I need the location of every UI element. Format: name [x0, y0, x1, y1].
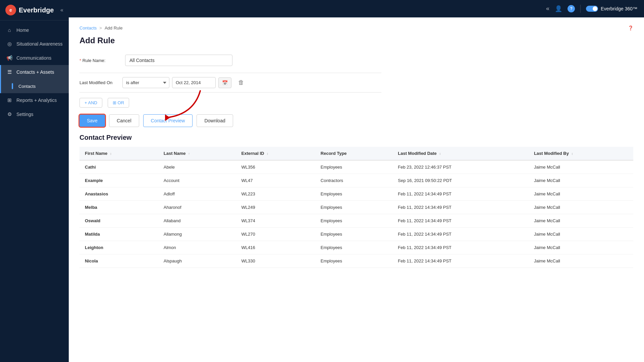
cell-last-modified-date: Feb 23, 2022 12:46:37 PST [392, 160, 529, 174]
cell-last-modified-date: Feb 11, 2022 14:34:49 PST [392, 241, 529, 254]
topbar: « 👤 ? Everbridge 360™ [69, 0, 644, 17]
action-row: Save Cancel Contact Preview Download [79, 114, 381, 127]
contact-preview-table: First Name ↕ Last Name ↑ External ID ↕ R… [79, 147, 633, 268]
sidebar-item-communications[interactable]: 📢 Communications [0, 51, 69, 65]
sidebar-collapse-button[interactable]: « [60, 7, 63, 13]
cell-last-modified-date: Feb 11, 2022 14:34:49 PST [392, 254, 529, 268]
topbar-collapse-icon[interactable]: « [546, 5, 549, 12]
topbar-brand: Everbridge 360™ [586, 6, 637, 12]
page-help-icon[interactable]: ❓ [628, 25, 633, 31]
cell-record-type: Employees [315, 160, 393, 174]
sidebar-item-reports-analytics[interactable]: ⊞ Reports + Analytics [0, 93, 69, 107]
table-header-row: First Name ↕ Last Name ↑ External ID ↕ R… [79, 147, 633, 160]
sidebar-nav: ⌂ Home ◎ Situational Awareness 📢 Communi… [0, 20, 69, 362]
sidebar-item-contacts-assets-label: Contacts + Assets [16, 69, 54, 75]
download-button[interactable]: Download [197, 114, 233, 127]
cell-first-name: Matilda [79, 228, 158, 241]
user-icon[interactable]: 👤 [555, 5, 562, 12]
cell-first-name: Leighton [79, 241, 158, 254]
cell-last-name: Allamong [158, 228, 236, 241]
table-row: Leighton Almon WL416 Employees Feb 11, 2… [79, 241, 633, 254]
table-row: Cathi Abele WL356 Employees Feb 23, 2022… [79, 160, 633, 174]
cell-record-type: Contractors [315, 174, 393, 187]
cell-last-name: Almon [158, 241, 236, 254]
breadcrumb-current: Add Rule [105, 25, 122, 31]
rule-name-input[interactable] [125, 55, 232, 66]
filter-condition-select[interactable]: is after [122, 77, 169, 88]
table-row: Matilda Allamong WL270 Employees Feb 11,… [79, 228, 633, 241]
logo-icon: e [5, 5, 16, 15]
and-button[interactable]: + AND [79, 98, 102, 108]
col-first-name[interactable]: First Name ↕ [79, 147, 158, 160]
save-button[interactable]: Save [79, 115, 105, 127]
cell-last-name: Alspaugh [158, 254, 236, 268]
cell-first-name: Cathi [79, 160, 158, 174]
breadcrumb-parent[interactable]: Contacts [79, 25, 97, 31]
sidebar-item-settings-label: Settings [16, 112, 34, 117]
toggle-switch[interactable] [586, 6, 598, 12]
brand-label: Everbridge 360™ [601, 6, 637, 11]
add-rule-form: * Rule Name: Last Modified On is after 📅… [79, 55, 381, 127]
sidebar-item-contacts[interactable]: Contacts [0, 79, 69, 93]
table-row: Oswald Allaband WL374 Employees Feb 11, … [79, 214, 633, 228]
cell-external-id: WL223 [236, 187, 315, 201]
contact-preview-title: Contact Preview [79, 134, 633, 141]
calendar-button[interactable]: 📅 [218, 77, 231, 88]
col-last-name[interactable]: Last Name ↑ [158, 147, 236, 160]
sidebar-item-home[interactable]: ⌂ Home [0, 23, 69, 37]
cell-record-type: Employees [315, 228, 393, 241]
cell-last-modified-by: Jaime McCall [529, 174, 633, 187]
sidebar-item-situational-awareness-label: Situational Awareness [16, 41, 63, 47]
cell-last-modified-date: Feb 11, 2022 14:34:49 PST [392, 214, 529, 228]
cell-last-name: Abele [158, 160, 236, 174]
col-record-type[interactable]: Record Type [315, 147, 393, 160]
rule-name-row: * Rule Name: [79, 55, 381, 66]
cancel-button[interactable]: Cancel [109, 114, 139, 127]
cell-external-id: WL249 [236, 201, 315, 214]
page-title: Add Rule [79, 36, 633, 45]
cell-last-modified-date: Feb 11, 2022 14:34:49 PST [392, 228, 529, 241]
filter-delete-button[interactable]: 🗑 [237, 78, 246, 87]
sidebar: e Everbridge « ⌂ Home ◎ Situational Awar… [0, 0, 69, 362]
sidebar-item-communications-label: Communications [16, 55, 51, 61]
col-last-modified-date[interactable]: Last Modified Date ↕ [392, 147, 529, 160]
cell-first-name: Nicola [79, 254, 158, 268]
or-button[interactable]: ⊞ OR [108, 98, 129, 108]
filter-field-label: Last Modified On [79, 80, 120, 85]
rule-name-label: * Rule Name: [79, 58, 120, 63]
cell-last-modified-date: Feb 11, 2022 14:34:49 PST [392, 201, 529, 214]
main-content: Contacts > Add Rule ❓ Add Rule * Rule Na… [69, 17, 644, 362]
table-row: Anastasios Adloff WL223 Employees Feb 11… [79, 187, 633, 201]
cell-record-type: Employees [315, 254, 393, 268]
cell-external-id: WL356 [236, 160, 315, 174]
cell-first-name: Example [79, 174, 158, 187]
home-icon: ⌂ [6, 27, 12, 33]
sidebar-item-situational-awareness[interactable]: ◎ Situational Awareness [0, 37, 69, 51]
col-external-id[interactable]: External ID ↕ [236, 147, 315, 160]
sidebar-item-contacts-label: Contacts [18, 84, 36, 89]
sidebar-logo: e Everbridge « [0, 0, 69, 20]
cell-last-modified-date: Sep 16, 2021 09:50:22 PDT [392, 174, 529, 187]
breadcrumb-separator: > [99, 25, 102, 31]
logic-row: + AND ⊞ OR [79, 98, 381, 108]
sidebar-item-settings[interactable]: ⚙ Settings [0, 107, 69, 121]
cell-external-id: WL330 [236, 254, 315, 268]
breadcrumb: Contacts > Add Rule ❓ [79, 25, 633, 31]
communications-icon: 📢 [6, 55, 12, 61]
col-last-modified-by[interactable]: Last Modified By ↕ [529, 147, 633, 160]
help-icon[interactable]: ? [568, 5, 575, 12]
cell-last-name: Allaband [158, 214, 236, 228]
cell-last-name: Aharonof [158, 201, 236, 214]
cell-record-type: Employees [315, 201, 393, 214]
cell-record-type: Employees [315, 187, 393, 201]
settings-icon: ⚙ [6, 111, 12, 117]
sidebar-item-contacts-assets[interactable]: ☰ Contacts + Assets [0, 65, 69, 79]
cell-external-id: WL47 [236, 174, 315, 187]
contact-preview-button[interactable]: Contact Preview [143, 114, 193, 127]
cell-record-type: Employees [315, 214, 393, 228]
app-name: Everbridge [19, 6, 54, 14]
main-wrapper: « 👤 ? Everbridge 360™ Contacts > Add Rul… [69, 0, 644, 362]
cell-last-modified-by: Jaime McCall [529, 228, 633, 241]
cell-last-modified-by: Jaime McCall [529, 187, 633, 201]
filter-date-input[interactable] [172, 77, 216, 88]
